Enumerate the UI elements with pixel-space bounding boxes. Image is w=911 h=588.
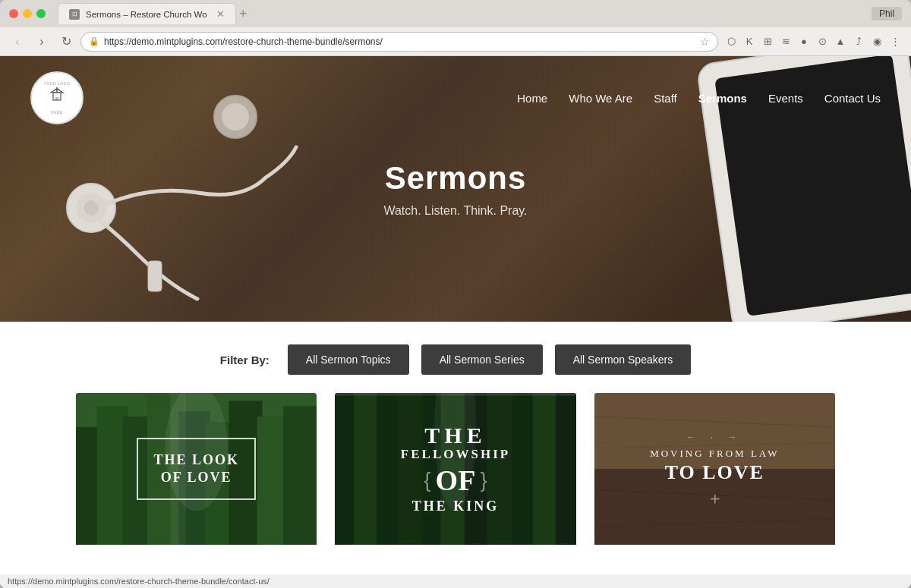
nav-home[interactable]: Home [517, 92, 547, 105]
status-url: https://demo.mintplugins.com/restore-chu… [8, 577, 270, 586]
hero-subtitle: Watch. Listen. Think. Pray. [383, 204, 527, 218]
hero-section: YOUR LOGO HERE Home Who W [0, 56, 911, 322]
card-image-1: THE LOOK OF LOVE [76, 393, 317, 545]
ext6-icon[interactable]: ▲ [832, 33, 849, 50]
url-text: https://demo.mintplugins.com/restore-chu… [104, 36, 695, 47]
card2-overlay: THE FELLOWSHIP { OF } THE KING [335, 393, 575, 545]
minimize-button[interactable] [23, 9, 32, 18]
nav-contact[interactable]: Contact Us [824, 92, 881, 105]
card3-cross-arrows: ✕ [650, 492, 779, 506]
filter-section: Filter By: All Sermon Topics All Sermon … [0, 322, 911, 393]
logo-text-bottom: HERE [44, 110, 71, 115]
extensions-icon[interactable]: ⬡ [723, 33, 739, 50]
toolbar-icons: ⬡ K ⊞ ≋ ● ⊙ ▲ ⤴ ◉ ⋮ [723, 33, 903, 50]
traffic-lights [9, 9, 46, 18]
card2-text: THE FELLOWSHIP { OF } THE KING [401, 424, 510, 514]
card3-text: ← · → MOVING FROM LAW TO LOVE ✕ [650, 432, 779, 506]
card2-of-row: { OF } [401, 464, 510, 497]
active-tab[interactable]: ⊡ Sermons – Restore Church Wo… ✕ [58, 3, 236, 24]
svg-rect-4 [148, 261, 162, 291]
sermon-card-2[interactable]: THE FELLOWSHIP { OF } THE KING [335, 393, 575, 559]
ext7-icon[interactable]: ⤴ [850, 33, 867, 50]
nav-who-we-are[interactable]: Who We Are [569, 92, 632, 105]
page-content: YOUR LOGO HERE Home Who W [0, 56, 911, 588]
hero-text-block: Sermons Watch. Listen. Think. Pray. [383, 160, 527, 218]
card1-title: THE LOOK OF LOVE [153, 451, 239, 487]
nav-sermons[interactable]: Sermons [698, 92, 747, 105]
card1-overlay: THE LOOK OF LOVE [76, 393, 317, 545]
ext2-icon[interactable]: ⊞ [759, 33, 776, 50]
card3-arrows-top: ← · → [650, 432, 779, 442]
address-bar[interactable]: 🔒 https://demo.mintplugins.com/restore-c… [80, 32, 718, 52]
tab-favicon: ⊡ [69, 9, 80, 20]
filter-topics-button[interactable]: All Sermon Topics [288, 344, 409, 375]
nav-staff[interactable]: Staff [654, 92, 677, 105]
sermon-card-1[interactable]: THE LOOK OF LOVE [76, 393, 317, 559]
card2-fellowship: FELLOWSHIP [401, 447, 510, 462]
sermon-card-3[interactable]: ← · → MOVING FROM LAW TO LOVE ✕ [594, 393, 835, 559]
browser-toolbar: ‹ › ↻ 🔒 https://demo.mintplugins.com/res… [0, 27, 911, 56]
card3-overlay: ← · → MOVING FROM LAW TO LOVE ✕ [594, 393, 835, 545]
ext1-icon[interactable]: K [741, 33, 758, 50]
bookmark-button[interactable]: ☆ [700, 36, 710, 48]
sermon-cards: THE LOOK OF LOVE [0, 393, 911, 574]
main-nav: Home Who We Are Staff Sermons Events Con… [517, 92, 881, 105]
status-bar: https://demo.mintplugins.com/restore-chu… [0, 574, 911, 588]
nav-events[interactable]: Events [768, 92, 803, 105]
church-icon [46, 86, 68, 107]
maximize-button[interactable] [36, 9, 46, 18]
browser-titlebar: ⊡ Sermons – Restore Church Wo… ✕ + Phil [0, 0, 911, 27]
close-button[interactable] [9, 9, 18, 18]
card3-title-line2: TO LOVE [650, 461, 779, 484]
logo-inner: YOUR LOGO HERE [44, 81, 71, 115]
brace-left-icon: { [424, 468, 430, 492]
brace-right-icon: } [480, 468, 487, 492]
card3-title-line1: MOVING FROM LAW [650, 447, 779, 461]
ext3-icon[interactable]: ≋ [777, 33, 794, 50]
ext8-icon[interactable]: ◉ [868, 33, 885, 50]
filter-series-button[interactable]: All Sermon Series [421, 344, 543, 375]
tab-title: Sermons – Restore Church Wo… [86, 10, 207, 19]
filter-label: Filter By: [220, 354, 270, 366]
ext5-icon[interactable]: ⊙ [814, 33, 831, 50]
svg-rect-11 [55, 97, 58, 100]
browser-window: ⊡ Sermons – Restore Church Wo… ✕ + Phil … [0, 0, 911, 588]
card2-king: THE KING [401, 498, 510, 514]
cross-arrow-1-icon: ✕ [706, 490, 723, 508]
lock-icon: 🔒 [89, 36, 99, 46]
site-logo[interactable]: YOUR LOGO HERE [30, 71, 84, 124]
new-tab-button[interactable]: + [239, 6, 247, 22]
tab-area: ⊡ Sermons – Restore Church Wo… ✕ + [58, 3, 865, 24]
hero-title: Sermons [383, 160, 527, 197]
hero-nav: YOUR LOGO HERE Home Who W [0, 56, 911, 140]
svg-point-3 [84, 200, 99, 215]
card-image-3: ← · → MOVING FROM LAW TO LOVE ✕ [594, 393, 835, 545]
more-icon[interactable]: ⋮ [887, 33, 903, 50]
card2-of: OF [436, 464, 476, 497]
card1-title-box: THE LOOK OF LOVE [137, 438, 256, 501]
forward-button[interactable]: › [32, 32, 52, 52]
reload-button[interactable]: ↻ [56, 32, 76, 52]
tab-close-icon[interactable]: ✕ [216, 8, 225, 20]
card-image-2: THE FELLOWSHIP { OF } THE KING [335, 393, 575, 545]
ext4-icon[interactable]: ● [796, 33, 812, 50]
user-badge: Phil [872, 7, 902, 20]
filter-speakers-button[interactable]: All Sermon Speakers [555, 344, 692, 375]
back-button[interactable]: ‹ [8, 32, 27, 52]
card2-the: THE [401, 424, 510, 447]
